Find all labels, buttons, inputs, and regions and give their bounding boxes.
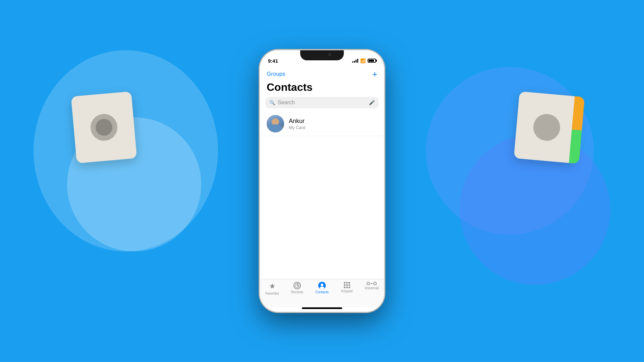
groups-button[interactable]: Groups <box>267 71 285 77</box>
contacts-icon <box>318 282 326 289</box>
tab-voicemail[interactable]: Voicemail <box>362 282 382 290</box>
card-left-avatar <box>90 113 119 142</box>
tab-recents[interactable]: Recents <box>287 282 307 294</box>
svg-point-3 <box>320 287 324 289</box>
tab-bar: ★ Favorites Recents <box>260 279 384 307</box>
tab-favorites[interactable]: ★ Favorites <box>262 282 282 295</box>
tab-recents-label: Recents <box>291 290 304 294</box>
add-contact-button[interactable]: + <box>372 70 377 78</box>
nav-bar: Groups + <box>260 67 384 80</box>
tab-voicemail-label: Voicemail <box>365 286 379 290</box>
tab-favorites-label: Favorites <box>265 292 279 295</box>
signal-bars-icon <box>352 59 358 63</box>
page-title: Contacts <box>260 80 384 97</box>
home-indicator <box>302 307 342 309</box>
tab-keypad-label: Keypad <box>341 289 353 293</box>
notch <box>300 50 344 60</box>
tab-contacts[interactable]: Contacts <box>312 282 332 294</box>
contact-list: Ankur My Card <box>260 112 384 279</box>
recents-icon <box>293 282 301 289</box>
favorites-icon: ★ <box>269 282 276 291</box>
camera-dot <box>328 53 331 56</box>
search-input[interactable]: Search <box>278 100 366 106</box>
keypad-icon <box>344 282 350 288</box>
avatar-person-photo <box>267 115 284 132</box>
search-container: 🔍 Search 🎤 <box>260 97 384 112</box>
contact-name: Ankur <box>289 118 377 125</box>
status-time: 9:41 <box>268 58 278 64</box>
svg-point-2 <box>321 284 323 286</box>
contact-item-ankur[interactable]: Ankur My Card <box>260 112 384 136</box>
tab-contacts-label: Contacts <box>315 290 328 294</box>
search-icon: 🔍 <box>269 100 275 105</box>
battery-fill <box>369 60 374 62</box>
iphone-frame: 9:41 📶 Groups + Contacts 🔍 <box>260 50 384 312</box>
wifi-icon: 📶 <box>360 58 366 63</box>
svg-point-0 <box>295 284 299 288</box>
contact-subtitle: My Card <box>289 125 377 130</box>
contact-avatar-ankur <box>267 115 284 132</box>
battery-icon <box>368 59 376 63</box>
contact-info-ankur: Ankur My Card <box>289 118 377 130</box>
mic-icon[interactable]: 🎤 <box>369 100 375 105</box>
status-icons: 📶 <box>352 58 376 63</box>
voicemail-icon <box>367 282 377 285</box>
decorative-card-left <box>71 92 137 164</box>
screen: Groups + Contacts 🔍 Search 🎤 Ankur My Ca… <box>260 67 384 312</box>
search-bar[interactable]: 🔍 Search 🎤 <box>265 97 379 108</box>
card-right-avatar <box>532 113 561 142</box>
status-bar: 9:41 📶 <box>260 50 384 67</box>
tab-keypad[interactable]: Keypad <box>337 282 357 293</box>
decorative-card-right <box>514 92 580 164</box>
